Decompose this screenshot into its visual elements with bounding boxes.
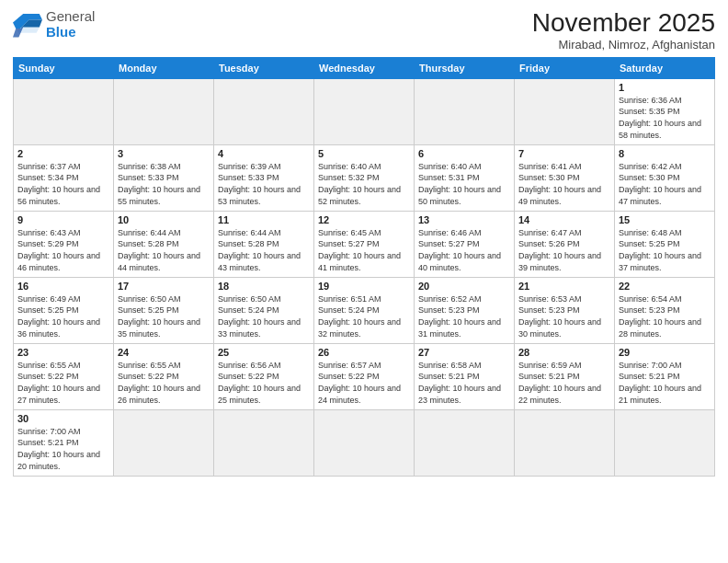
day-cell: 17Sunrise: 6:50 AM Sunset: 5:25 PM Dayli… [114,277,214,343]
week-row-2: 9Sunrise: 6:43 AM Sunset: 5:29 PM Daylig… [14,211,715,277]
day-cell: 3Sunrise: 6:38 AM Sunset: 5:33 PM Daylig… [114,144,214,211]
day-cell [314,78,415,144]
day-cell: 7Sunrise: 6:41 AM Sunset: 5:30 PM Daylig… [515,144,615,211]
day-number: 9 [17,214,109,225]
day-number: 8 [619,148,711,159]
day-info: Sunrise: 6:51 AM Sunset: 5:24 PM Dayligh… [318,293,410,339]
day-info: Sunrise: 6:54 AM Sunset: 5:23 PM Dayligh… [619,293,711,339]
col-header-monday: Monday [114,57,214,78]
day-cell [214,78,314,144]
day-number: 7 [518,148,610,159]
day-cell: 22Sunrise: 6:54 AM Sunset: 5:23 PM Dayli… [615,277,715,343]
day-number: 16 [17,281,109,292]
day-number: 22 [619,281,711,292]
day-info: Sunrise: 6:56 AM Sunset: 5:22 PM Dayligh… [218,360,310,406]
day-number: 14 [518,214,610,225]
day-info: Sunrise: 6:55 AM Sunset: 5:22 PM Dayligh… [118,360,210,406]
day-number: 28 [518,347,610,358]
day-cell: 12Sunrise: 6:45 AM Sunset: 5:27 PM Dayli… [314,211,415,277]
day-info: Sunrise: 6:40 AM Sunset: 5:31 PM Dayligh… [418,161,510,207]
day-cell: 11Sunrise: 6:44 AM Sunset: 5:28 PM Dayli… [214,211,314,277]
day-cell: 8Sunrise: 6:42 AM Sunset: 5:30 PM Daylig… [615,144,715,211]
day-number: 1 [619,82,711,93]
day-number: 17 [118,281,210,292]
day-number: 3 [118,148,210,159]
day-info: Sunrise: 7:00 AM Sunset: 5:21 PM Dayligh… [619,360,711,406]
day-info: Sunrise: 6:50 AM Sunset: 5:24 PM Dayligh… [218,293,310,339]
day-cell: 30Sunrise: 7:00 AM Sunset: 5:21 PM Dayli… [14,409,114,476]
day-number: 24 [118,347,210,358]
day-cell: 9Sunrise: 6:43 AM Sunset: 5:29 PM Daylig… [14,211,114,277]
day-cell [515,78,615,144]
title-block: November 2025 Mirabad, Nimroz, Afghanist… [532,9,715,52]
day-number: 25 [218,347,310,358]
day-cell: 6Sunrise: 6:40 AM Sunset: 5:31 PM Daylig… [415,144,515,211]
day-info: Sunrise: 6:57 AM Sunset: 5:22 PM Dayligh… [318,360,410,406]
day-info: Sunrise: 6:53 AM Sunset: 5:23 PM Dayligh… [518,293,610,339]
day-cell [415,409,515,476]
day-info: Sunrise: 6:49 AM Sunset: 5:25 PM Dayligh… [17,293,109,339]
week-row-3: 16Sunrise: 6:49 AM Sunset: 5:25 PM Dayli… [14,277,715,343]
day-cell [114,78,214,144]
day-cell [14,78,114,144]
day-info: Sunrise: 6:55 AM Sunset: 5:22 PM Dayligh… [17,360,109,406]
day-info: Sunrise: 6:37 AM Sunset: 5:34 PM Dayligh… [17,161,109,207]
logo-general: General [46,8,95,24]
day-cell: 16Sunrise: 6:49 AM Sunset: 5:25 PM Dayli… [14,277,114,343]
col-header-tuesday: Tuesday [214,57,314,78]
week-row-4: 23Sunrise: 6:55 AM Sunset: 5:22 PM Dayli… [14,343,715,409]
day-cell: 18Sunrise: 6:50 AM Sunset: 5:24 PM Dayli… [214,277,314,343]
day-cell: 2Sunrise: 6:37 AM Sunset: 5:34 PM Daylig… [14,144,114,211]
day-number: 23 [17,347,109,358]
day-cell [114,409,214,476]
day-info: Sunrise: 6:48 AM Sunset: 5:25 PM Dayligh… [619,227,711,273]
day-cell [314,409,415,476]
header: General Blue November 2025 Mirabad, Nimr… [13,9,715,52]
page: General Blue November 2025 Mirabad, Nimr… [0,0,728,563]
day-number: 21 [518,281,610,292]
day-cell: 20Sunrise: 6:52 AM Sunset: 5:23 PM Dayli… [415,277,515,343]
day-info: Sunrise: 6:50 AM Sunset: 5:25 PM Dayligh… [118,293,210,339]
day-cell [214,409,314,476]
day-info: Sunrise: 7:00 AM Sunset: 5:21 PM Dayligh… [17,426,109,472]
col-header-wednesday: Wednesday [314,57,415,78]
day-number: 26 [318,347,410,358]
day-info: Sunrise: 6:45 AM Sunset: 5:27 PM Dayligh… [318,227,410,273]
day-cell: 24Sunrise: 6:55 AM Sunset: 5:22 PM Dayli… [114,343,214,409]
day-info: Sunrise: 6:43 AM Sunset: 5:29 PM Dayligh… [17,227,109,273]
day-number: 19 [318,281,410,292]
day-info: Sunrise: 6:38 AM Sunset: 5:33 PM Dayligh… [118,161,210,207]
day-info: Sunrise: 6:41 AM Sunset: 5:30 PM Dayligh… [518,161,610,207]
day-number: 11 [218,214,310,225]
logo: General Blue [13,9,95,40]
day-number: 6 [418,148,510,159]
day-info: Sunrise: 6:52 AM Sunset: 5:23 PM Dayligh… [418,293,510,339]
day-number: 30 [17,413,109,424]
day-info: Sunrise: 6:44 AM Sunset: 5:28 PM Dayligh… [118,227,210,273]
day-number: 18 [218,281,310,292]
col-header-friday: Friday [515,57,615,78]
day-info: Sunrise: 6:36 AM Sunset: 5:35 PM Dayligh… [619,95,711,141]
day-cell [615,409,715,476]
day-number: 4 [218,148,310,159]
day-info: Sunrise: 6:46 AM Sunset: 5:27 PM Dayligh… [418,227,510,273]
day-number: 12 [318,214,410,225]
day-cell: 4Sunrise: 6:39 AM Sunset: 5:33 PM Daylig… [214,144,314,211]
week-row-5: 30Sunrise: 7:00 AM Sunset: 5:21 PM Dayli… [14,409,715,476]
day-cell: 27Sunrise: 6:58 AM Sunset: 5:21 PM Dayli… [415,343,515,409]
day-info: Sunrise: 6:59 AM Sunset: 5:21 PM Dayligh… [518,360,610,406]
week-row-1: 2Sunrise: 6:37 AM Sunset: 5:34 PM Daylig… [14,144,715,211]
day-cell: 25Sunrise: 6:56 AM Sunset: 5:22 PM Dayli… [214,343,314,409]
col-header-sunday: Sunday [14,57,114,78]
day-cell: 15Sunrise: 6:48 AM Sunset: 5:25 PM Dayli… [615,211,715,277]
day-number: 29 [619,347,711,358]
col-header-saturday: Saturday [615,57,715,78]
day-cell: 13Sunrise: 6:46 AM Sunset: 5:27 PM Dayli… [415,211,515,277]
day-info: Sunrise: 6:42 AM Sunset: 5:30 PM Dayligh… [619,161,711,207]
day-number: 2 [17,148,109,159]
day-cell [415,78,515,144]
header-row: SundayMondayTuesdayWednesdayThursdayFrid… [14,57,715,78]
day-number: 13 [418,214,510,225]
day-number: 5 [318,148,410,159]
day-cell: 26Sunrise: 6:57 AM Sunset: 5:22 PM Dayli… [314,343,415,409]
